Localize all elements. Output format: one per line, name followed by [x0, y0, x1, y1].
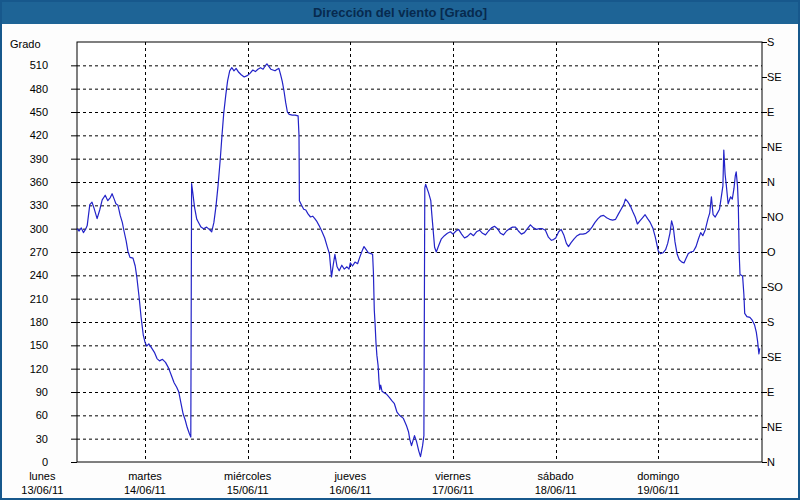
y-right-compass-label: NO	[767, 211, 784, 224]
y-left-tick-label: 300	[8, 223, 48, 236]
chart-window: Dirección del viento [Grado] Grado 03060…	[0, 0, 800, 500]
day-label: domingo19/06/11	[637, 469, 679, 497]
y-left-tick-label: 180	[8, 316, 48, 329]
y-right-compass-label: E	[767, 386, 774, 399]
day-date: 14/06/11	[124, 483, 166, 497]
day-name: martes	[124, 469, 166, 483]
y-left-tick-label: 210	[8, 293, 48, 306]
day-name: viernes	[432, 469, 474, 483]
day-label: martes14/06/11	[124, 469, 166, 497]
y-left-tick-label: 60	[8, 409, 48, 422]
y-right-compass-label: NE	[767, 421, 782, 434]
day-name: miércoles	[224, 469, 271, 483]
day-date: 16/06/11	[329, 483, 371, 497]
y-left-tick-label: 0	[8, 456, 48, 469]
y-left-tick-label: 120	[8, 363, 48, 376]
day-date: 13/06/11	[21, 483, 63, 497]
day-name: sábado	[535, 469, 577, 483]
y-left-tick-label: 360	[8, 176, 48, 189]
y-left-tick-label: 330	[8, 199, 48, 212]
wind-direction-chart	[2, 2, 800, 500]
y-left-tick-label: 480	[8, 83, 48, 96]
day-label: viernes17/06/11	[432, 469, 474, 497]
y-left-tick-label: 30	[8, 433, 48, 446]
y-left-tick-label: 420	[8, 129, 48, 142]
day-label: jueves16/06/11	[329, 469, 371, 497]
y-left-tick-label: 90	[8, 386, 48, 399]
day-label: lunes13/06/11	[21, 469, 63, 497]
day-label: miércoles15/06/11	[224, 469, 271, 497]
day-label: sábado18/06/11	[535, 469, 577, 497]
y-right-compass-label: N	[767, 176, 775, 189]
y-left-tick-label: 150	[8, 339, 48, 352]
day-date: 18/06/11	[535, 483, 577, 497]
y-left-tick-label: 450	[8, 106, 48, 119]
y-right-compass-label: N	[767, 456, 775, 469]
y-right-compass-label: SE	[767, 71, 782, 84]
day-date: 15/06/11	[224, 483, 271, 497]
y-left-tick-label: 510	[8, 59, 48, 72]
y-left-tick-label: 390	[8, 153, 48, 166]
y-left-tick-label: 270	[8, 246, 48, 259]
day-name: jueves	[329, 469, 371, 483]
y-right-compass-label: S	[767, 36, 774, 49]
y-right-compass-label: NE	[767, 141, 782, 154]
y-right-compass-label: S	[767, 316, 774, 329]
day-name: domingo	[637, 469, 679, 483]
day-date: 17/06/11	[432, 483, 474, 497]
day-name: lunes	[21, 469, 63, 483]
y-right-compass-label: SO	[767, 281, 783, 294]
y-right-compass-label: SE	[767, 351, 782, 364]
y-right-compass-label: E	[767, 106, 774, 119]
y-left-tick-label: 240	[8, 269, 48, 282]
y-right-compass-label: O	[767, 246, 776, 259]
day-date: 19/06/11	[637, 483, 679, 497]
